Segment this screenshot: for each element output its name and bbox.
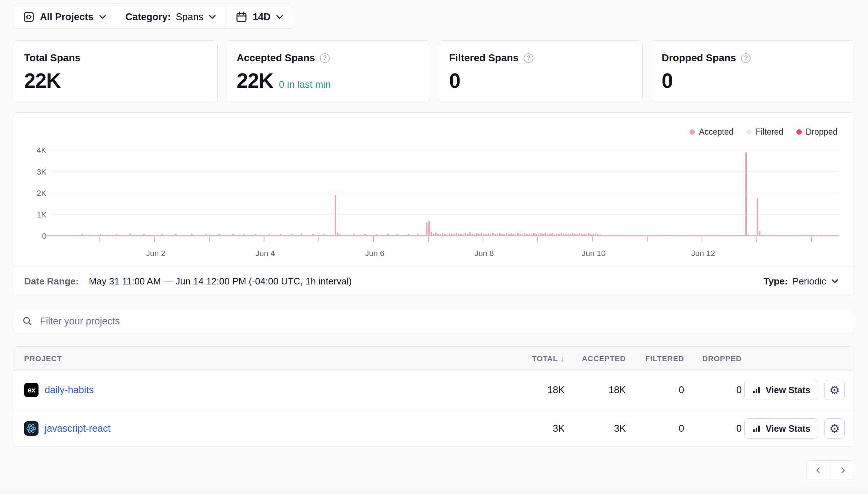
dropped-value: 0 <box>736 423 742 434</box>
chevron-down-icon <box>99 14 107 20</box>
card-value: 0 <box>449 69 460 93</box>
period-value: 14D <box>253 12 271 23</box>
react-platform-icon <box>24 421 39 436</box>
previous-page-button[interactable] <box>806 461 831 480</box>
svg-text:1K: 1K <box>37 210 46 219</box>
card-title: Accepted Spans <box>237 52 315 64</box>
view-stats-button[interactable]: View Stats <box>744 418 818 439</box>
card-title: Total Spans <box>24 52 81 64</box>
total-value: 3K <box>553 423 565 434</box>
type-dropdown[interactable]: Type: Periodic <box>764 276 839 287</box>
svg-text:Jun 6: Jun 6 <box>365 249 384 258</box>
date-range-value: May 31 11:00 AM — Jun 14 12:00 PM (-04:0… <box>89 276 352 287</box>
column-header-total-label: TOTAL <box>532 354 558 363</box>
pagination <box>806 461 855 480</box>
gear-icon: ⚙ <box>829 383 840 397</box>
accepted-value: 3K <box>614 423 626 434</box>
spans-chart-card: Accepted Filtered Dropped 01K2K3K4KJun 2… <box>13 112 855 296</box>
project-search-bar <box>13 309 855 333</box>
bar-chart-icon <box>752 424 761 433</box>
spans-bar-chart: 01K2K3K4KJun 2Jun 4Jun 6Jun 8Jun 10Jun 1… <box>13 113 855 268</box>
svg-text:2K: 2K <box>37 189 46 198</box>
calendar-icon <box>235 11 248 23</box>
view-stats-label: View Stats <box>765 385 810 395</box>
column-header-accepted[interactable]: ACCEPTED <box>582 354 626 363</box>
gear-icon: ⚙ <box>829 422 840 436</box>
filter-bar: All Projects Category: Spans 14D <box>13 5 293 29</box>
view-stats-label: View Stats <box>765 423 810 434</box>
help-icon[interactable]: ? <box>320 53 330 63</box>
expo-platform-icon: ex <box>24 383 39 397</box>
type-label: Type: <box>764 276 788 287</box>
filtered-value: 0 <box>679 385 684 396</box>
projects-icon <box>23 11 35 23</box>
chart-footer: Date Range: May 31 11:00 AM — Jun 14 12:… <box>13 266 855 296</box>
page-bottom-fade <box>0 482 868 494</box>
project-link-daily-habits[interactable]: daily-habits <box>45 385 94 396</box>
card-subtext: 0 in last min <box>279 79 331 90</box>
project-filter-label: All Projects <box>40 12 94 23</box>
column-header-project[interactable]: PROJECT <box>24 354 62 363</box>
table-row: ex daily-habits 18K 18K 0 0 View Stats ⚙ <box>13 371 855 409</box>
column-header-filtered[interactable]: FILTERED <box>645 354 684 363</box>
svg-text:3K: 3K <box>37 167 46 176</box>
bar-chart-icon <box>752 385 761 395</box>
date-range-label: Date Range: <box>24 276 79 287</box>
chevron-right-icon <box>838 466 847 475</box>
help-icon[interactable]: ? <box>524 53 533 63</box>
chevron-down-icon <box>208 14 216 20</box>
type-value: Periodic <box>792 276 826 287</box>
card-value: 22K <box>24 69 61 93</box>
chevron-down-icon <box>276 14 284 20</box>
sort-desc-icon: ↓ <box>560 354 565 364</box>
card-title: Filtered Spans <box>449 52 519 64</box>
filtered-spans-card: Filtered Spans ? 0 <box>438 40 643 103</box>
column-header-dropped[interactable]: DROPPED <box>702 354 742 363</box>
card-value: 22K <box>237 69 273 93</box>
chevron-down-icon <box>831 279 839 284</box>
accepted-spans-card: Accepted Spans ? 22K 0 in last min <box>226 40 430 103</box>
accepted-value: 18K <box>609 385 626 396</box>
project-link-javascript-react[interactable]: javascript-react <box>45 423 110 434</box>
svg-text:Jun 8: Jun 8 <box>474 249 494 258</box>
chevron-left-icon <box>814 466 823 475</box>
column-header-total[interactable]: TOTAL ↓ <box>532 354 565 364</box>
next-page-button[interactable] <box>831 461 855 480</box>
date-range: Date Range: May 31 11:00 AM — Jun 14 12:… <box>24 276 352 287</box>
table-row: javascript-react 3K 3K 0 0 View Stats ⚙ <box>13 409 855 446</box>
date-period-dropdown[interactable]: 14D <box>226 5 293 28</box>
total-value: 18K <box>547 385 565 396</box>
table-header: PROJECT TOTAL ↓ ACCEPTED FILTERED DROPPE… <box>13 347 855 371</box>
project-filter-dropdown[interactable]: All Projects <box>13 5 116 28</box>
project-settings-button[interactable]: ⚙ <box>824 418 845 439</box>
projects-table: PROJECT TOTAL ↓ ACCEPTED FILTERED DROPPE… <box>13 346 855 446</box>
svg-text:Jun 10: Jun 10 <box>582 249 606 258</box>
svg-text:Jun 12: Jun 12 <box>691 249 715 258</box>
svg-text:4K: 4K <box>37 146 46 155</box>
card-title: Dropped Spans <box>662 52 736 64</box>
stat-cards-row: Total Spans 22K Accepted Spans ? 22K 0 i… <box>13 40 855 103</box>
stats-page: All Projects Category: Spans 14D Total S… <box>0 0 868 494</box>
filtered-value: 0 <box>679 423 684 434</box>
search-input[interactable] <box>39 315 846 327</box>
svg-text:Jun 4: Jun 4 <box>256 249 275 258</box>
dropped-spans-card: Dropped Spans ? 0 <box>651 40 855 103</box>
category-dropdown[interactable]: Category: Spans <box>116 5 226 28</box>
project-settings-button[interactable]: ⚙ <box>824 380 845 400</box>
category-value: Spans <box>176 12 204 23</box>
search-icon <box>22 316 33 327</box>
dropped-value: 0 <box>736 385 742 396</box>
category-label: Category: <box>126 12 171 23</box>
view-stats-button[interactable]: View Stats <box>744 380 818 400</box>
help-icon[interactable]: ? <box>741 53 751 63</box>
svg-text:Jun 2: Jun 2 <box>146 249 166 258</box>
card-value: 0 <box>662 69 673 93</box>
total-spans-card: Total Spans 22K <box>13 40 218 103</box>
